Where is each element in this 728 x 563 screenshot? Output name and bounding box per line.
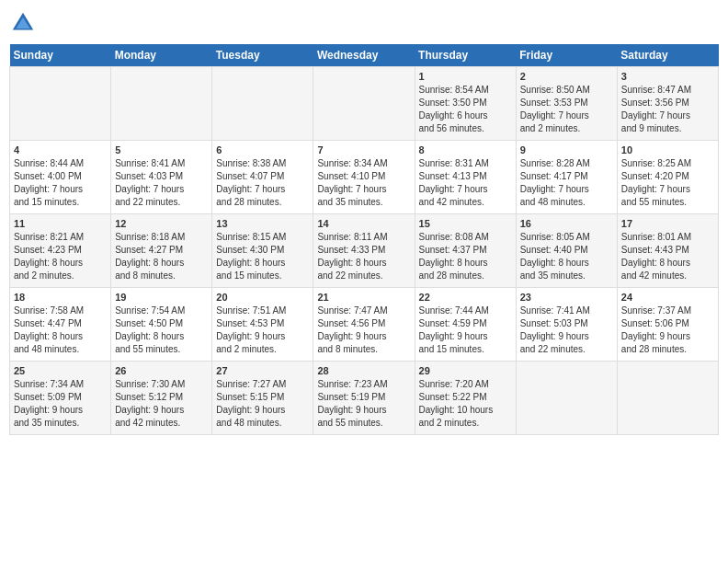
day-info: Sunrise: 7:37 AM Sunset: 5:06 PM Dayligh…	[621, 305, 691, 354]
table-row: 16Sunrise: 8:05 AM Sunset: 4:40 PM Dayli…	[516, 214, 617, 288]
day-number: 24	[621, 292, 714, 303]
table-row: 24Sunrise: 7:37 AM Sunset: 5:06 PM Dayli…	[617, 288, 718, 362]
day-number: 13	[216, 218, 309, 229]
week-row-5: 25Sunrise: 7:34 AM Sunset: 5:09 PM Dayli…	[10, 362, 719, 435]
week-row-2: 4Sunrise: 8:44 AM Sunset: 4:00 PM Daylig…	[10, 141, 719, 214]
table-row: 2Sunrise: 8:50 AM Sunset: 3:53 PM Daylig…	[516, 67, 617, 141]
day-info: Sunrise: 7:27 AM Sunset: 5:15 PM Dayligh…	[216, 379, 286, 428]
header-monday: Monday	[111, 44, 212, 67]
day-number: 29	[419, 365, 512, 376]
day-number: 10	[621, 144, 714, 155]
table-row: 13Sunrise: 8:15 AM Sunset: 4:30 PM Dayli…	[212, 214, 313, 288]
day-info: Sunrise: 7:41 AM Sunset: 5:03 PM Dayligh…	[520, 305, 590, 354]
day-number: 22	[419, 292, 512, 303]
day-number: 27	[216, 365, 309, 376]
table-row: 29Sunrise: 7:20 AM Sunset: 5:22 PM Dayli…	[415, 362, 516, 435]
day-info: Sunrise: 8:15 AM Sunset: 4:30 PM Dayligh…	[216, 232, 286, 281]
table-row: 11Sunrise: 8:21 AM Sunset: 4:23 PM Dayli…	[10, 214, 111, 288]
table-row	[617, 362, 718, 435]
table-row: 17Sunrise: 8:01 AM Sunset: 4:43 PM Dayli…	[617, 214, 718, 288]
day-info: Sunrise: 8:11 AM Sunset: 4:33 PM Dayligh…	[317, 232, 387, 281]
day-info: Sunrise: 7:51 AM Sunset: 4:53 PM Dayligh…	[216, 305, 286, 354]
day-number: 18	[14, 292, 107, 303]
table-row	[10, 67, 111, 141]
header-sunday: Sunday	[10, 44, 111, 67]
table-row: 25Sunrise: 7:34 AM Sunset: 5:09 PM Dayli…	[10, 362, 111, 435]
page-header	[9, 9, 719, 37]
table-row: 9Sunrise: 8:28 AM Sunset: 4:17 PM Daylig…	[516, 141, 617, 214]
table-row	[111, 67, 212, 141]
day-info: Sunrise: 7:23 AM Sunset: 5:19 PM Dayligh…	[317, 379, 387, 428]
week-row-4: 18Sunrise: 7:58 AM Sunset: 4:47 PM Dayli…	[10, 288, 719, 362]
day-info: Sunrise: 8:18 AM Sunset: 4:27 PM Dayligh…	[115, 232, 185, 281]
table-row	[516, 362, 617, 435]
day-info: Sunrise: 8:50 AM Sunset: 3:53 PM Dayligh…	[520, 85, 590, 133]
day-number: 4	[14, 144, 107, 155]
table-row: 7Sunrise: 8:34 AM Sunset: 4:10 PM Daylig…	[313, 141, 415, 214]
logo-icon	[9, 9, 37, 37]
day-number: 7	[317, 144, 410, 155]
week-row-1: 1Sunrise: 8:54 AM Sunset: 3:50 PM Daylig…	[10, 67, 719, 141]
day-number: 14	[317, 218, 410, 229]
header-saturday: Saturday	[617, 44, 718, 67]
day-info: Sunrise: 8:05 AM Sunset: 4:40 PM Dayligh…	[520, 232, 590, 281]
table-row	[313, 67, 415, 141]
table-row: 15Sunrise: 8:08 AM Sunset: 4:37 PM Dayli…	[415, 214, 516, 288]
day-info: Sunrise: 8:28 AM Sunset: 4:17 PM Dayligh…	[520, 158, 590, 207]
header-tuesday: Tuesday	[212, 44, 313, 67]
day-info: Sunrise: 7:34 AM Sunset: 5:09 PM Dayligh…	[14, 379, 84, 428]
table-row: 28Sunrise: 7:23 AM Sunset: 5:19 PM Dayli…	[313, 362, 415, 435]
table-row: 21Sunrise: 7:47 AM Sunset: 4:56 PM Dayli…	[313, 288, 415, 362]
day-info: Sunrise: 7:30 AM Sunset: 5:12 PM Dayligh…	[115, 379, 185, 428]
header-wednesday: Wednesday	[313, 44, 415, 67]
table-row: 4Sunrise: 8:44 AM Sunset: 4:00 PM Daylig…	[10, 141, 111, 214]
day-number: 21	[317, 292, 410, 303]
day-number: 3	[621, 71, 714, 82]
day-info: Sunrise: 8:38 AM Sunset: 4:07 PM Dayligh…	[216, 158, 286, 207]
day-number: 28	[317, 365, 410, 376]
table-row: 14Sunrise: 8:11 AM Sunset: 4:33 PM Dayli…	[313, 214, 415, 288]
table-row: 8Sunrise: 8:31 AM Sunset: 4:13 PM Daylig…	[415, 141, 516, 214]
table-row: 27Sunrise: 7:27 AM Sunset: 5:15 PM Dayli…	[212, 362, 313, 435]
day-info: Sunrise: 8:21 AM Sunset: 4:23 PM Dayligh…	[14, 232, 84, 281]
table-row: 6Sunrise: 8:38 AM Sunset: 4:07 PM Daylig…	[212, 141, 313, 214]
table-row	[212, 67, 313, 141]
table-row: 23Sunrise: 7:41 AM Sunset: 5:03 PM Dayli…	[516, 288, 617, 362]
day-number: 20	[216, 292, 309, 303]
day-number: 15	[419, 218, 512, 229]
day-info: Sunrise: 8:25 AM Sunset: 4:20 PM Dayligh…	[621, 158, 691, 207]
day-info: Sunrise: 8:54 AM Sunset: 3:50 PM Dayligh…	[419, 85, 489, 133]
day-number: 16	[520, 218, 613, 229]
day-number: 12	[115, 218, 208, 229]
day-info: Sunrise: 7:44 AM Sunset: 4:59 PM Dayligh…	[419, 305, 489, 354]
table-row: 5Sunrise: 8:41 AM Sunset: 4:03 PM Daylig…	[111, 141, 212, 214]
weekday-header-row: SundayMondayTuesdayWednesdayThursdayFrid…	[10, 44, 719, 67]
table-row: 10Sunrise: 8:25 AM Sunset: 4:20 PM Dayli…	[617, 141, 718, 214]
table-row: 18Sunrise: 7:58 AM Sunset: 4:47 PM Dayli…	[10, 288, 111, 362]
table-row: 19Sunrise: 7:54 AM Sunset: 4:50 PM Dayli…	[111, 288, 212, 362]
week-row-3: 11Sunrise: 8:21 AM Sunset: 4:23 PM Dayli…	[10, 214, 719, 288]
day-info: Sunrise: 7:58 AM Sunset: 4:47 PM Dayligh…	[14, 305, 84, 354]
table-row: 1Sunrise: 8:54 AM Sunset: 3:50 PM Daylig…	[415, 67, 516, 141]
calendar-table: SundayMondayTuesdayWednesdayThursdayFrid…	[9, 44, 719, 435]
day-number: 17	[621, 218, 714, 229]
table-row: 3Sunrise: 8:47 AM Sunset: 3:56 PM Daylig…	[617, 67, 718, 141]
day-number: 8	[419, 144, 512, 155]
day-info: Sunrise: 7:20 AM Sunset: 5:22 PM Dayligh…	[419, 379, 494, 428]
header-thursday: Thursday	[415, 44, 516, 67]
day-info: Sunrise: 8:44 AM Sunset: 4:00 PM Dayligh…	[14, 158, 84, 207]
day-info: Sunrise: 7:54 AM Sunset: 4:50 PM Dayligh…	[115, 305, 185, 354]
table-row: 12Sunrise: 8:18 AM Sunset: 4:27 PM Dayli…	[111, 214, 212, 288]
day-number: 25	[14, 365, 107, 376]
day-info: Sunrise: 8:01 AM Sunset: 4:43 PM Dayligh…	[621, 232, 691, 281]
day-number: 9	[520, 144, 613, 155]
day-number: 11	[14, 218, 107, 229]
table-row: 26Sunrise: 7:30 AM Sunset: 5:12 PM Dayli…	[111, 362, 212, 435]
day-info: Sunrise: 8:41 AM Sunset: 4:03 PM Dayligh…	[115, 158, 185, 207]
day-info: Sunrise: 7:47 AM Sunset: 4:56 PM Dayligh…	[317, 305, 387, 354]
header-friday: Friday	[516, 44, 617, 67]
day-number: 5	[115, 144, 208, 155]
day-number: 19	[115, 292, 208, 303]
table-row: 22Sunrise: 7:44 AM Sunset: 4:59 PM Dayli…	[415, 288, 516, 362]
day-number: 23	[520, 292, 613, 303]
